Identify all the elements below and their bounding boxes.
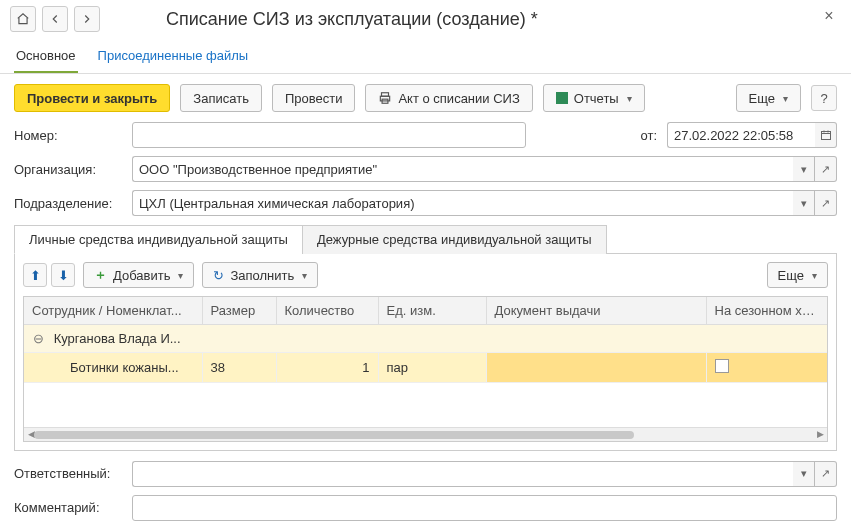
arrow-up-icon: ⬆ <box>30 268 41 283</box>
dept-open-button[interactable]: ↗ <box>815 190 837 216</box>
arrow-down-icon: ⬇ <box>58 268 69 283</box>
responsible-open-button[interactable]: ↗ <box>815 461 837 487</box>
org-open-button[interactable]: ↗ <box>815 156 837 182</box>
comment-input[interactable] <box>132 495 837 521</box>
home-icon <box>16 12 30 26</box>
help-button[interactable]: ? <box>811 85 837 111</box>
plus-icon: ＋ <box>94 266 107 284</box>
cell-uom[interactable]: пар <box>378 353 486 383</box>
report-bar-icon <box>556 92 568 104</box>
col-qty[interactable]: Количество <box>276 297 378 325</box>
col-season[interactable]: На сезонном хр... <box>706 297 827 325</box>
add-label: Добавить <box>113 268 170 283</box>
grid-more-label: Еще <box>778 268 804 283</box>
print-act-label: Акт о списании СИЗ <box>398 91 519 106</box>
cell-doc[interactable] <box>486 353 706 383</box>
group-label: Курганова Влада И... <box>54 331 181 346</box>
tab-attached-files[interactable]: Присоединенные файлы <box>96 42 251 73</box>
org-dropdown-button[interactable]: ▾ <box>793 156 815 182</box>
home-button[interactable] <box>10 6 36 32</box>
empty-row <box>24 383 827 427</box>
post-button[interactable]: Провести <box>272 84 356 112</box>
print-act-button[interactable]: Акт о списании СИЗ <box>365 84 532 112</box>
more-button[interactable]: Еще <box>736 84 801 112</box>
back-button[interactable] <box>42 6 68 32</box>
collapse-icon[interactable]: ⊖ <box>32 331 44 346</box>
svg-rect-3 <box>821 132 830 140</box>
group-row[interactable]: ⊖ Курганова Влада И... <box>24 325 827 353</box>
org-label: Организация: <box>14 162 124 177</box>
date-label: от: <box>640 128 657 143</box>
fill-label: Заполнить <box>230 268 294 283</box>
move-down-button[interactable]: ⬇ <box>51 263 75 287</box>
fill-button[interactable]: ↻ Заполнить <box>202 262 318 288</box>
open-link-icon: ↗ <box>821 467 830 480</box>
help-icon: ? <box>820 91 827 106</box>
scroll-thumb[interactable] <box>34 431 634 439</box>
date-picker-button[interactable] <box>815 122 837 148</box>
move-up-button[interactable]: ⬆ <box>23 263 47 287</box>
subtab-duty[interactable]: Дежурные средства индивидуальной защиты <box>302 225 607 254</box>
reports-button[interactable]: Отчеты <box>543 84 645 112</box>
chevron-down-icon: ▾ <box>801 197 807 210</box>
number-label: Номер: <box>14 128 124 143</box>
dept-input[interactable] <box>132 190 793 216</box>
checkbox-unchecked-icon[interactable] <box>715 359 729 373</box>
open-link-icon: ↗ <box>821 163 830 176</box>
chevron-down-icon: ▾ <box>801 467 807 480</box>
cell-nomen[interactable]: Ботинки кожаны... <box>24 353 202 383</box>
date-input[interactable] <box>667 122 815 148</box>
open-link-icon: ↗ <box>821 197 830 210</box>
more-label: Еще <box>749 91 775 106</box>
cell-qty[interactable]: 1 <box>276 353 378 383</box>
subtab-personal[interactable]: Личные средства индивидуальной защиты <box>14 225 303 254</box>
number-input[interactable] <box>132 122 526 148</box>
arrow-left-icon <box>48 12 62 26</box>
arrow-right-icon <box>80 12 94 26</box>
add-button[interactable]: ＋ Добавить <box>83 262 194 288</box>
close-button[interactable]: × <box>819 6 839 26</box>
page-title: Списание СИЗ из эксплуатации (создание) … <box>166 9 538 30</box>
horizontal-scrollbar[interactable]: ◀ ▶ <box>24 427 827 441</box>
org-input[interactable] <box>132 156 793 182</box>
chevron-down-icon: ▾ <box>801 163 807 176</box>
table-row[interactable]: Ботинки кожаны... 38 1 пар <box>24 353 827 383</box>
close-icon: × <box>824 7 833 25</box>
responsible-dropdown-button[interactable]: ▾ <box>793 461 815 487</box>
col-employee[interactable]: Сотрудник / Номенклат... <box>24 297 202 325</box>
responsible-input[interactable] <box>132 461 793 487</box>
reports-label: Отчеты <box>574 91 619 106</box>
comment-label: Комментарий: <box>14 500 124 515</box>
save-button[interactable]: Записать <box>180 84 262 112</box>
responsible-label: Ответственный: <box>14 466 124 481</box>
post-and-close-button[interactable]: Провести и закрыть <box>14 84 170 112</box>
refresh-icon: ↻ <box>213 268 224 283</box>
col-size[interactable]: Размер <box>202 297 276 325</box>
printer-icon <box>378 91 392 105</box>
cell-season[interactable] <box>706 353 827 383</box>
dept-dropdown-button[interactable]: ▾ <box>793 190 815 216</box>
dept-label: Подразделение: <box>14 196 124 211</box>
col-uom[interactable]: Ед. изм. <box>378 297 486 325</box>
calendar-icon <box>820 129 832 141</box>
col-doc[interactable]: Документ выдачи <box>486 297 706 325</box>
grid-more-button[interactable]: Еще <box>767 262 828 288</box>
scroll-right-icon[interactable]: ▶ <box>813 429 827 439</box>
cell-size[interactable]: 38 <box>202 353 276 383</box>
tab-main[interactable]: Основное <box>14 42 78 73</box>
forward-button[interactable] <box>74 6 100 32</box>
